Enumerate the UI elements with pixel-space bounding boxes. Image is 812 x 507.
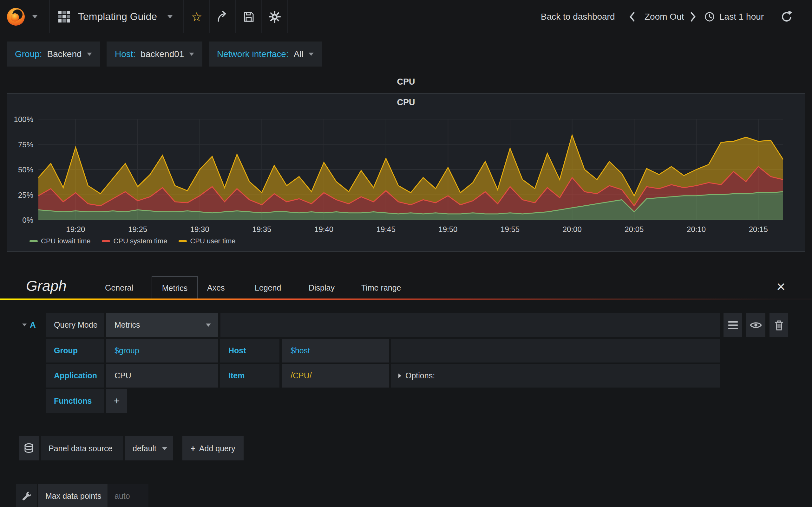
settings-button[interactable] xyxy=(262,0,287,33)
variable-group-label: Group: xyxy=(15,49,42,59)
star-button[interactable]: ☆ xyxy=(184,0,209,33)
item-field-value[interactable]: /CPU/ xyxy=(282,364,389,388)
save-icon xyxy=(242,10,255,23)
time-picker-clock xyxy=(702,0,717,33)
add-function-button[interactable]: + xyxy=(106,389,127,413)
chevron-down-icon xyxy=(206,324,211,327)
graph-legend: CPU iowait timeCPU system timeCPU user t… xyxy=(30,237,235,245)
tab-axes[interactable]: Axes xyxy=(207,276,225,299)
time-range-button[interactable]: Last 1 hour xyxy=(719,0,764,33)
max-data-points-input-cell xyxy=(108,484,148,507)
hamburger-icon xyxy=(728,321,738,329)
svg-text:20:10: 20:10 xyxy=(687,225,706,233)
variable-group-value: Backend xyxy=(47,49,82,59)
svg-text:25%: 25% xyxy=(18,191,33,199)
tab-metrics[interactable]: Metrics xyxy=(152,276,198,298)
svg-text:19:35: 19:35 xyxy=(252,225,271,233)
legend-item[interactable]: CPU iowait time xyxy=(30,237,90,245)
plus-icon: + xyxy=(191,444,195,453)
svg-text:20:05: 20:05 xyxy=(624,225,644,233)
graph-panel: CPU 0%25%50%75%100%19:2019:2519:3019:351… xyxy=(7,93,805,252)
database-icon xyxy=(23,443,34,454)
clock-icon xyxy=(704,11,715,22)
legend-swatch xyxy=(179,240,187,242)
zoom-out-left-button[interactable] xyxy=(624,0,640,33)
cpu-graph[interactable]: 0%25%50%75%100%19:2019:2519:3019:3519:40… xyxy=(7,94,805,251)
chevron-down-icon xyxy=(87,53,92,56)
datasource-value: default xyxy=(133,444,156,453)
close-icon[interactable]: × xyxy=(776,276,785,299)
variable-host-value: backend01 xyxy=(141,49,184,59)
tab-metrics-label: Metrics xyxy=(162,284,188,292)
add-query-button[interactable]: + Add query xyxy=(183,436,244,460)
zoom-out-right-button[interactable] xyxy=(685,0,701,33)
save-button[interactable] xyxy=(236,0,261,33)
variable-network-interface[interactable]: Network interface: All xyxy=(209,42,322,66)
variable-host-label: Host: xyxy=(115,49,136,59)
row-title: CPU xyxy=(0,77,812,87)
query-mode-dropdown[interactable]: Metrics xyxy=(106,313,218,337)
divider xyxy=(49,0,50,33)
collapse-caret-icon xyxy=(22,324,27,326)
tab-legend[interactable]: Legend xyxy=(255,276,281,299)
query-ref-toggle[interactable]: A xyxy=(22,313,45,337)
dashboard-grid-icon xyxy=(55,0,73,33)
panel-title[interactable]: CPU xyxy=(7,98,805,107)
variable-group[interactable]: Group: Backend xyxy=(7,42,100,66)
chevron-down-icon xyxy=(32,15,38,18)
legend-label: CPU user time xyxy=(190,237,235,245)
query-mode-value: Metrics xyxy=(114,320,140,329)
query-menu-button[interactable] xyxy=(723,313,742,337)
svg-text:19:55: 19:55 xyxy=(501,225,519,233)
back-to-dashboard-link[interactable]: Back to dashboard xyxy=(541,0,615,33)
zoom-out-button[interactable]: Zoom Out xyxy=(645,0,684,33)
star-icon: ☆ xyxy=(191,9,202,24)
svg-text:0%: 0% xyxy=(22,216,33,224)
svg-text:20:00: 20:00 xyxy=(563,225,582,233)
legend-item[interactable]: CPU system time xyxy=(102,237,167,245)
query-mode-label: Query Mode xyxy=(46,313,104,337)
options-label: Options: xyxy=(405,364,435,388)
variable-network-interface-label: Network interface: xyxy=(217,49,289,59)
group-field-value[interactable]: $group xyxy=(106,339,218,362)
dashboard-title[interactable]: Templating Guide xyxy=(78,0,157,33)
tab-display[interactable]: Display xyxy=(309,276,335,299)
legend-item[interactable]: CPU user time xyxy=(179,237,235,245)
chevron-right-icon xyxy=(690,11,697,22)
variable-host[interactable]: Host: backend01 xyxy=(107,42,202,66)
tab-general[interactable]: General xyxy=(105,276,133,299)
chevron-down-icon xyxy=(189,53,194,56)
options-toggle[interactable]: Options: xyxy=(391,364,720,388)
application-field-value[interactable]: CPU xyxy=(106,364,218,388)
application-field-label: Application xyxy=(46,364,104,388)
max-data-points-input[interactable] xyxy=(108,484,148,507)
max-data-points-label: Max data points xyxy=(38,484,107,507)
host-field-value[interactable]: $host xyxy=(282,339,389,362)
eye-icon xyxy=(750,321,762,329)
plus-icon: + xyxy=(114,395,120,407)
grafana-logo-button[interactable] xyxy=(0,0,49,33)
refresh-button[interactable] xyxy=(775,0,798,33)
svg-text:75%: 75% xyxy=(18,140,33,149)
refresh-icon xyxy=(780,10,793,23)
query-expression-bar xyxy=(220,313,720,337)
item-field-label: Item xyxy=(220,364,280,388)
datasource-icon-cell xyxy=(19,436,39,460)
datasource-dropdown[interactable]: default xyxy=(125,436,173,460)
query-visibility-button[interactable] xyxy=(746,313,765,337)
chevron-down-icon xyxy=(309,53,314,56)
variable-network-interface-value: All xyxy=(294,49,304,59)
query-delete-button[interactable] xyxy=(769,313,788,337)
svg-text:19:50: 19:50 xyxy=(438,225,457,233)
disclosure-right-icon xyxy=(398,373,401,378)
legend-swatch xyxy=(30,240,38,242)
row-filler xyxy=(391,339,720,362)
wrench-icon xyxy=(21,491,32,501)
share-button[interactable] xyxy=(210,0,235,33)
legend-label: CPU iowait time xyxy=(41,237,90,245)
svg-text:19:45: 19:45 xyxy=(376,225,396,233)
chevron-down-icon xyxy=(162,447,167,450)
advanced-options-cell xyxy=(16,484,37,507)
query-ref-letter: A xyxy=(30,320,36,330)
tab-time-range[interactable]: Time range xyxy=(361,276,401,299)
